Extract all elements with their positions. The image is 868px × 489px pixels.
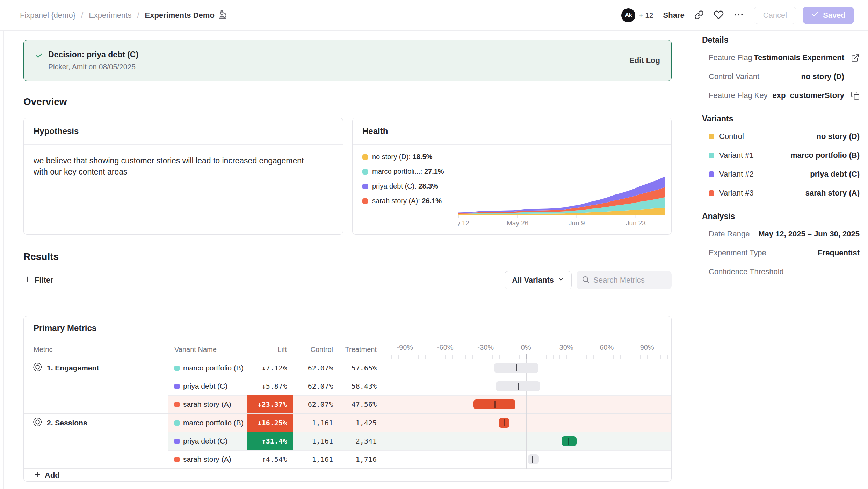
confidence-interval-bar[interactable] bbox=[562, 436, 577, 446]
ruler-tick bbox=[472, 355, 473, 359]
detail-row: Feature Flag Keyexp_customerStory bbox=[702, 86, 860, 105]
detail-value[interactable]: Testimonials Experiment bbox=[754, 53, 844, 62]
metric-variant-row[interactable]: priya debt (C)↓5.87%62.07%58.43% bbox=[24, 377, 671, 395]
detail-row: Control Variantno story (D) bbox=[702, 67, 860, 86]
edit-log-button[interactable]: Edit Log bbox=[629, 56, 660, 65]
x-axis-tick-label: May 12 bbox=[458, 219, 469, 227]
detail-label: Control Variant bbox=[709, 72, 759, 81]
search-metrics-input[interactable] bbox=[593, 276, 667, 285]
collaborators[interactable]: Ak + 12 bbox=[621, 8, 653, 22]
metric-name-cell bbox=[24, 450, 168, 468]
avatar[interactable]: Ak bbox=[621, 8, 635, 22]
external-link-icon[interactable] bbox=[844, 54, 860, 62]
analysis-heading: Analysis bbox=[702, 212, 860, 221]
column-control: Control bbox=[293, 340, 335, 359]
health-title: Health bbox=[353, 118, 671, 145]
ruler-tick bbox=[533, 355, 533, 359]
variant-color-chip bbox=[174, 384, 180, 389]
ruler-tick bbox=[526, 354, 527, 359]
chevron-down-icon bbox=[557, 276, 564, 285]
confidence-interval-cell bbox=[385, 414, 671, 432]
variant-value: priya debt (C) bbox=[810, 170, 860, 179]
ruler-tick bbox=[519, 355, 520, 359]
ruler-tick bbox=[627, 355, 628, 359]
breadcrumb: Fixpanel {demo} / Experiments / Experime… bbox=[20, 10, 227, 21]
column-metric: Metric bbox=[24, 340, 168, 359]
cancel-button[interactable]: Cancel bbox=[754, 7, 796, 24]
add-metric-label: Add bbox=[45, 471, 60, 480]
metric-name-cell[interactable]: 2. Sessions bbox=[24, 414, 168, 432]
heart-icon bbox=[714, 10, 724, 21]
lift-cell: ↓7.12% bbox=[247, 359, 293, 377]
confidence-interval-bar[interactable] bbox=[528, 454, 539, 464]
plus-icon bbox=[23, 275, 31, 285]
add-filter-button[interactable]: Filter bbox=[23, 275, 53, 285]
metric-variant-row[interactable]: sarah story (A)↑4.54%1,1611,716 bbox=[24, 450, 671, 468]
lift-axis-label: 60% bbox=[600, 343, 614, 352]
breadcrumb-separator: / bbox=[81, 11, 83, 20]
share-button[interactable]: Share bbox=[663, 11, 685, 20]
variant-row: Variant #1marco portfolio (B) bbox=[702, 146, 860, 165]
ruler-tick bbox=[398, 355, 399, 359]
health-stacked-area-chart: May 12May 26Jun 9Jun 23 bbox=[458, 173, 665, 227]
saved-button[interactable]: Saved bbox=[803, 7, 854, 24]
copy-icon[interactable] bbox=[844, 91, 860, 100]
copy-link-button[interactable] bbox=[694, 10, 704, 21]
check-icon bbox=[811, 10, 819, 20]
metric-name-cell[interactable]: 1. Engagement bbox=[24, 359, 168, 377]
lift-axis-ruler bbox=[385, 354, 671, 359]
variants-heading: Variants bbox=[702, 114, 860, 123]
metrics-table-footer: Add bbox=[24, 468, 671, 482]
metric-variant-row[interactable]: 1. Engagementmarco portfolio (B)↓7.12%62… bbox=[24, 359, 671, 377]
confidence-interval-bar[interactable] bbox=[496, 381, 540, 391]
add-metric-button[interactable]: Add bbox=[34, 470, 60, 480]
control-cell: 1,161 bbox=[293, 432, 335, 450]
collaborator-count: + 12 bbox=[639, 11, 653, 20]
variant-color-chip bbox=[174, 457, 180, 462]
variant-name: priya debt (C) bbox=[183, 382, 227, 390]
search-metrics-box[interactable] bbox=[577, 271, 672, 289]
point-estimate-marker bbox=[518, 383, 519, 390]
details-heading: Details bbox=[702, 35, 860, 45]
detail-row: Feature FlagTestimonials Experiment bbox=[702, 48, 860, 67]
primary-metrics-card: Primary Metrics Metric Variant Name Lift… bbox=[23, 316, 672, 482]
top-bar: Fixpanel {demo} / Experiments / Experime… bbox=[0, 0, 868, 31]
results-heading: Results bbox=[23, 251, 672, 263]
confidence-interval-bar[interactable] bbox=[494, 363, 538, 373]
treatment-value: 57.65% bbox=[352, 364, 377, 372]
treatment-value: 58.43% bbox=[352, 382, 377, 390]
metric-variant-row[interactable]: 2. Sessionsmarco portfolio (B)↓16.25%1,1… bbox=[24, 414, 671, 432]
breadcrumb-experiments[interactable]: Experiments bbox=[89, 11, 131, 20]
more-options-button[interactable] bbox=[733, 9, 744, 21]
control-value: 1,161 bbox=[312, 437, 333, 445]
lift-axis-label: -30% bbox=[477, 343, 494, 352]
search-icon bbox=[581, 275, 590, 285]
legend-label: priya debt (C): 28.3% bbox=[372, 182, 438, 190]
point-estimate-marker bbox=[532, 456, 533, 463]
metric-variant-row[interactable]: priya debt (C)↑31.4%1,1612,341 bbox=[24, 432, 671, 450]
variant-name-cell: sarah story (A) bbox=[168, 450, 247, 468]
breadcrumb-project[interactable]: Fixpanel {demo} bbox=[20, 11, 75, 20]
confidence-interval-bar[interactable] bbox=[499, 418, 509, 428]
variant-name-cell: priya debt (C) bbox=[168, 377, 247, 395]
treatment-value: 1,425 bbox=[356, 419, 377, 427]
zero-line bbox=[526, 450, 527, 469]
lift-axis-label: -90% bbox=[397, 343, 413, 352]
saved-button-label: Saved bbox=[823, 11, 846, 20]
treatment-cell: 1,716 bbox=[335, 450, 379, 468]
variants-dropdown[interactable]: All Variants bbox=[505, 271, 572, 289]
ruler-tick bbox=[620, 355, 621, 359]
ruler-tick bbox=[540, 355, 540, 359]
legend-color-chip bbox=[362, 198, 368, 204]
control-cell: 1,161 bbox=[293, 450, 335, 468]
metric-variant-row[interactable]: sarah story (A)↓23.37%62.07%47.56% bbox=[24, 395, 671, 413]
health-card: Health no story (D): 18.5%marco portfoli… bbox=[352, 118, 672, 235]
control-value: 62.07% bbox=[308, 382, 333, 390]
point-estimate-marker bbox=[568, 438, 569, 445]
decision-banner: Decision: priya debt (C) Picker, Amit on… bbox=[23, 40, 672, 81]
variant-value: sarah story (A) bbox=[805, 189, 860, 198]
ruler-tick bbox=[566, 355, 567, 359]
confidence-interval-bar[interactable] bbox=[473, 399, 515, 409]
favorite-button[interactable] bbox=[714, 10, 724, 21]
treatment-value: 47.56% bbox=[352, 400, 377, 409]
